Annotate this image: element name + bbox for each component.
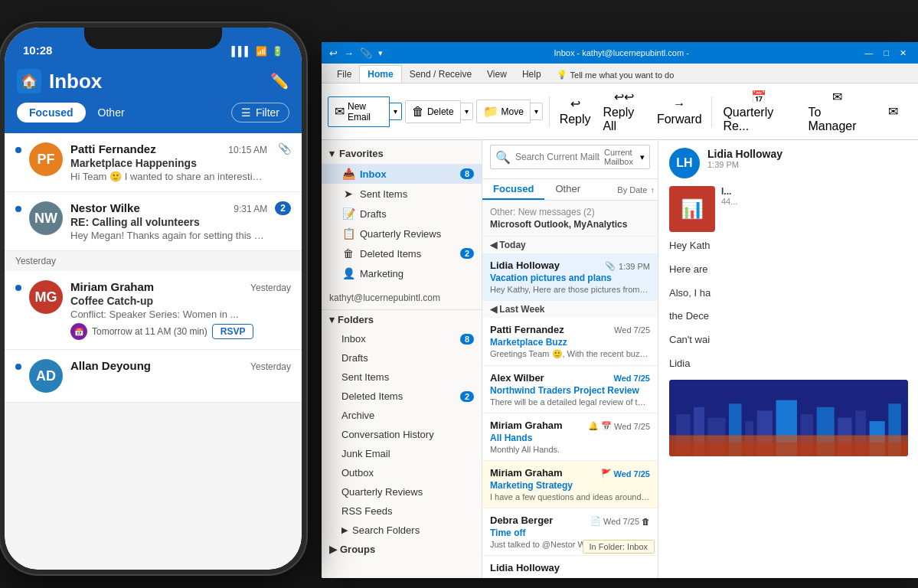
- quick-access-forward[interactable]: →: [344, 47, 354, 59]
- phone-message-item[interactable]: AD Allan Deyoung Yesterday: [5, 350, 302, 403]
- unread-dot: [15, 147, 21, 153]
- new-email-dropdown[interactable]: ▾: [390, 103, 402, 120]
- deleted-badge: 2: [460, 248, 474, 259]
- folder-quarterly[interactable]: Quarterly Reviews: [322, 482, 482, 501]
- reply-all-button[interactable]: ↩↩ Reply All: [597, 87, 651, 136]
- message-preview: Hi Team 🙂 I wanted to share an interesti…: [70, 171, 267, 182]
- maximize-button[interactable]: □: [879, 47, 893, 59]
- msglist-sort[interactable]: By Date ↑: [617, 179, 655, 200]
- msglist-tab-focused[interactable]: Focused: [482, 179, 544, 200]
- sidebar-item-inbox[interactable]: 📥 Inbox 8: [322, 164, 482, 184]
- notification-item[interactable]: Other: New messages (2) Microsoft Outloo…: [482, 201, 658, 237]
- msg-time: Wed 7/25: [614, 374, 651, 383]
- close-button[interactable]: ✕: [895, 47, 911, 59]
- folder-sent[interactable]: Sent Items: [322, 368, 482, 387]
- reading-avatar: LH: [669, 148, 700, 178]
- msglist-tabs: Focused Other By Date ↑: [482, 179, 658, 201]
- folder-inbox-label: Inbox: [341, 333, 456, 345]
- quarterly-icon: 📋: [341, 227, 355, 240]
- msglist-item[interactable]: Lidia Holloway 📎 1:39 PM Vacation pictur…: [482, 253, 658, 301]
- rsvp-button[interactable]: RSVP: [212, 324, 254, 339]
- message-subject: Coffee Catch-up: [70, 295, 291, 307]
- phone-message-item[interactable]: MG Miriam Graham Yesterday Coffee Catch-…: [5, 271, 302, 350]
- phone-message-item[interactable]: PF Patti Fernandez 10:15 AM Marketplace …: [5, 133, 302, 192]
- tab-file[interactable]: File: [329, 66, 359, 83]
- folders-header[interactable]: ▾ Folders: [322, 310, 482, 329]
- move-dropdown[interactable]: ▾: [531, 103, 543, 120]
- msglist-search-bar[interactable]: 🔍 Current Mailbox ▾: [490, 145, 650, 169]
- delete-button[interactable]: 🗑 Delete: [405, 100, 461, 123]
- reply-all-icon: ↩↩: [614, 90, 634, 104]
- attachment-filename: l...: [721, 186, 737, 197]
- to-manager-button[interactable]: ✉ To Manager: [802, 87, 871, 136]
- folder-conversation-history[interactable]: Conversation History: [322, 425, 482, 444]
- phone-inbox-title: Inbox: [49, 70, 102, 93]
- quick-access-attach[interactable]: 📎: [360, 47, 372, 59]
- sidebar-item-drafts[interactable]: 📝 Drafts: [322, 204, 482, 224]
- extra-ribbon-button[interactable]: ✉: [874, 101, 913, 122]
- phone-message-item[interactable]: NW Nestor Wilke 9:31 AM RE: Calling all …: [5, 192, 302, 251]
- folder-deleted[interactable]: Deleted Items 2: [322, 387, 482, 406]
- phone-filter-button[interactable]: ☰ Filter: [231, 103, 289, 122]
- phone-header-title-row: 🏠 Inbox ✏️: [17, 69, 289, 93]
- folder-inbox[interactable]: Inbox 8: [322, 329, 482, 348]
- marketing-icon: 👤: [341, 267, 355, 279]
- delete-group: 🗑 Delete ▾: [405, 100, 473, 123]
- minimize-button[interactable]: —: [860, 47, 877, 59]
- move-label: Move: [501, 106, 524, 117]
- search-scope-dropdown[interactable]: ▾: [640, 152, 645, 162]
- avatar: NW: [29, 201, 63, 235]
- quick-access-back[interactable]: ↩: [329, 47, 338, 59]
- phone-tab-other[interactable]: Other: [86, 103, 137, 122]
- forward-button[interactable]: → Forward: [654, 94, 704, 129]
- sidebar-item-quarterly[interactable]: 📋 Quarterly Reviews: [322, 224, 482, 243]
- new-email-button[interactable]: ✉ New Email: [328, 96, 390, 127]
- folder-outbox[interactable]: Outbox: [322, 463, 482, 482]
- msglist-item-flagged[interactable]: Miriam Graham 🚩 Wed 7/25 Marketing Strat…: [482, 461, 658, 508]
- quarterly-review-label: Quarterly Re...: [723, 106, 794, 133]
- message-subject: Marketplace Happenings: [70, 157, 267, 169]
- msglist-item[interactable]: Lidia Holloway: [482, 556, 658, 578]
- groups-header[interactable]: ▶ Groups: [322, 540, 482, 559]
- ribbon-separator-2: [711, 96, 712, 127]
- reading-meta: Lidia Holloway 1:39 PM: [707, 148, 908, 169]
- quick-access-dropdown[interactable]: ▾: [378, 48, 383, 58]
- quarterly-review-button[interactable]: 📅 Quarterly Re...: [717, 87, 799, 136]
- sidebar-item-deleted[interactable]: 🗑 Deleted Items 2: [322, 243, 482, 263]
- reply-icon: ↩: [570, 96, 580, 111]
- search-scope: Current Mailbox: [604, 148, 635, 166]
- search-input[interactable]: [515, 152, 599, 162]
- outlook-message-list: 🔍 Current Mailbox ▾ Focused Other By Dat…: [482, 140, 658, 578]
- msg-preview: Monthly All Hands.: [490, 445, 650, 454]
- tab-home[interactable]: Home: [359, 65, 401, 83]
- folder-search[interactable]: ▶ Search Folders: [322, 521, 482, 540]
- tab-send-receive[interactable]: Send / Receive: [402, 66, 479, 83]
- msglist-item[interactable]: Patti Fernandez Wed 7/25 Marketplace Buz…: [482, 318, 658, 366]
- reply-button[interactable]: ↩ Reply: [556, 93, 595, 129]
- bell-icon: 🔔: [588, 421, 599, 431]
- flag-icon: 🚩: [601, 469, 612, 479]
- sidebar-item-sent[interactable]: ➤ Sent Items: [322, 184, 482, 204]
- folder-drafts[interactable]: Drafts: [322, 348, 482, 368]
- tab-help[interactable]: Help: [515, 66, 549, 83]
- phone-compose-icon[interactable]: ✏️: [270, 72, 289, 90]
- move-button[interactable]: 📁 Move: [476, 100, 531, 123]
- folder-rss[interactable]: RSS Feeds: [322, 501, 482, 521]
- msg-subject: Time off: [490, 528, 650, 538]
- folder-archive[interactable]: Archive: [322, 406, 482, 425]
- folder-deleted-label: Deleted Items: [341, 390, 456, 402]
- msglist-tab-other[interactable]: Other: [544, 179, 591, 200]
- folder-junk[interactable]: Junk Email: [322, 444, 482, 463]
- msglist-item[interactable]: Debra Berger 📄 Wed 7/25 🗑 Time off Just …: [482, 508, 658, 556]
- favorites-section: ▾ Favorites 📥 Inbox 8 ➤ Sent Items 📝 Dra…: [322, 140, 482, 286]
- delete-dropdown[interactable]: ▾: [461, 103, 473, 120]
- phone-tab-focused[interactable]: Focused: [17, 103, 86, 122]
- msglist-item[interactable]: Miriam Graham 🔔 📅 Wed 7/25 All Hands Mon…: [482, 413, 658, 461]
- folder-deleted-badge: 2: [460, 391, 474, 402]
- tab-tell-me[interactable]: 💡 Tell me what you want to do: [549, 67, 682, 83]
- sidebar-item-marketing[interactable]: 👤 Marketing: [322, 263, 482, 283]
- favorites-header[interactable]: ▾ Favorites: [322, 143, 482, 164]
- msglist-header: 🔍 Current Mailbox ▾: [482, 140, 658, 179]
- msglist-item[interactable]: Alex Wilber Wed 7/25 Northwind Traders P…: [482, 366, 658, 413]
- tab-view[interactable]: View: [479, 66, 515, 83]
